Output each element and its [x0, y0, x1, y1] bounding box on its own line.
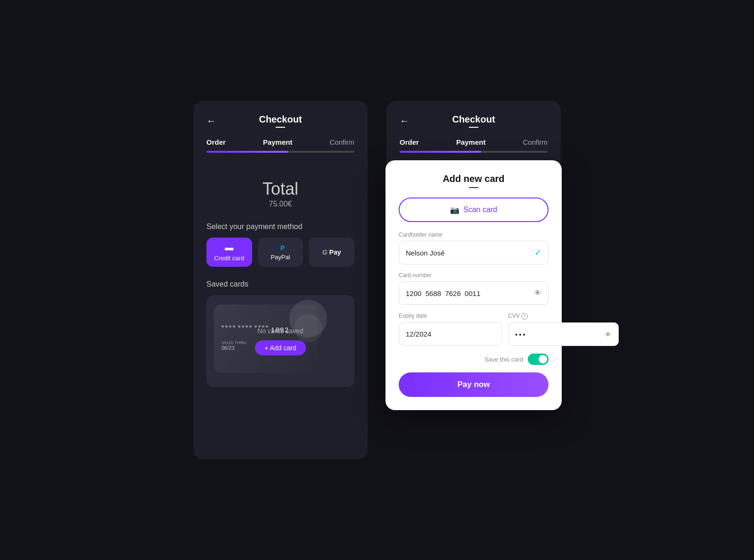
left-back-button[interactable]: ←	[206, 115, 216, 126]
pay-now-button[interactable]: Pay now	[399, 372, 549, 397]
left-progress-fill	[206, 151, 288, 153]
right-progress-bar	[400, 151, 548, 153]
no-cards-text: No cards saved	[257, 327, 303, 335]
card-number-input[interactable]	[406, 289, 534, 297]
expiry-input[interactable]	[406, 330, 495, 338]
modal-title: Add new card	[399, 173, 549, 184]
right-step-confirm: Confirm	[523, 138, 548, 146]
cvv-input-wrap: 👁	[508, 322, 619, 346]
cardholder-group: Cardholder name ✓	[399, 231, 549, 264]
cardholder-input[interactable]	[406, 249, 534, 257]
card-number-label: Card number	[399, 272, 549, 279]
right-title-underline	[469, 127, 478, 128]
expiry-input-wrap	[399, 322, 502, 346]
scan-label: Scan card	[463, 206, 497, 214]
right-header: ← Checkout	[400, 114, 548, 128]
add-card-button[interactable]: + Add card	[255, 340, 305, 355]
cvv-label: CVV ?	[508, 313, 619, 320]
paypal-button[interactable]: PP PayPal	[258, 238, 303, 267]
credit-card-button[interactable]: ▬ Credit card	[206, 238, 252, 267]
total-amount: 75.00€	[206, 200, 354, 208]
scan-card-button[interactable]: 📷 Scan card	[399, 198, 549, 222]
left-progress-bar	[206, 151, 354, 153]
expiry-group: Expiry date	[399, 313, 502, 346]
right-progress-fill	[400, 151, 481, 153]
payment-section-title: Select your payment method	[206, 222, 354, 231]
credit-card-icon: ▬	[225, 243, 233, 253]
paypal-icon: PP	[276, 244, 285, 252]
right-steps-row: Order Payment Confirm	[400, 138, 548, 146]
left-step-confirm: Confirm	[329, 138, 354, 146]
expiry-cvv-row: Expiry date CVV ? 👁	[399, 313, 549, 346]
right-title: Checkout	[452, 114, 495, 125]
paypal-label: PayPal	[270, 254, 290, 261]
check-icon: ✓	[534, 247, 541, 258]
left-steps-row: Order Payment Confirm	[206, 138, 354, 146]
gpay-icon: G Pay	[322, 248, 341, 256]
add-card-modal: Add new card 📷 Scan card Cardholder name…	[385, 160, 562, 410]
left-title: Checkout	[259, 114, 302, 125]
eye-slash-icon[interactable]: 👁	[534, 289, 541, 297]
left-step-payment: Payment	[263, 138, 293, 146]
cvv-group: CVV ? 👁	[508, 313, 619, 346]
right-panel-top: ← Checkout Order Payment Confirm	[386, 101, 561, 160]
modal-underline	[469, 187, 478, 188]
right-panel: ← Checkout Order Payment Confirm Add new…	[386, 101, 561, 410]
right-back-button[interactable]: ←	[400, 115, 409, 126]
gpay-button[interactable]: G Pay	[309, 238, 354, 267]
cardholder-label: Cardholder name	[399, 231, 549, 238]
toggle-knob	[539, 355, 547, 363]
card-number-group: Card number 👁	[399, 272, 549, 305]
card-number-input-wrap: 👁	[399, 281, 549, 305]
left-header: ← Checkout	[206, 114, 354, 128]
cardholder-input-wrap: ✓	[399, 241, 549, 264]
save-card-toggle[interactable]	[528, 354, 549, 365]
left-title-underline	[276, 127, 285, 128]
no-cards-overlay: No cards saved + Add card	[206, 295, 354, 387]
payment-methods: ▬ Credit card PP PayPal G Pay	[206, 238, 354, 267]
right-step-order: Order	[400, 138, 419, 146]
saved-cards-title: Saved cards	[206, 280, 354, 288]
credit-card-label: Credit card	[214, 255, 245, 262]
left-step-order: Order	[206, 138, 226, 146]
right-step-payment: Payment	[456, 138, 486, 146]
save-card-label: Save this card	[484, 356, 523, 363]
saved-card-area: 1892 Valid Thru 06/23 CVV • • • No cards…	[206, 295, 354, 387]
expiry-label: Expiry date	[399, 313, 502, 319]
left-panel: ← Checkout Order Payment Confirm Total 7…	[193, 101, 368, 459]
camera-icon: 📷	[450, 206, 459, 214]
total-label: Total	[206, 179, 354, 199]
total-section: Total 75.00€	[206, 179, 354, 208]
main-container: ← Checkout Order Payment Confirm Total 7…	[193, 101, 561, 459]
save-card-row: Save this card	[399, 354, 549, 365]
cvv-input[interactable]	[515, 330, 605, 338]
cvv-eye-icon[interactable]: 👁	[605, 330, 612, 338]
